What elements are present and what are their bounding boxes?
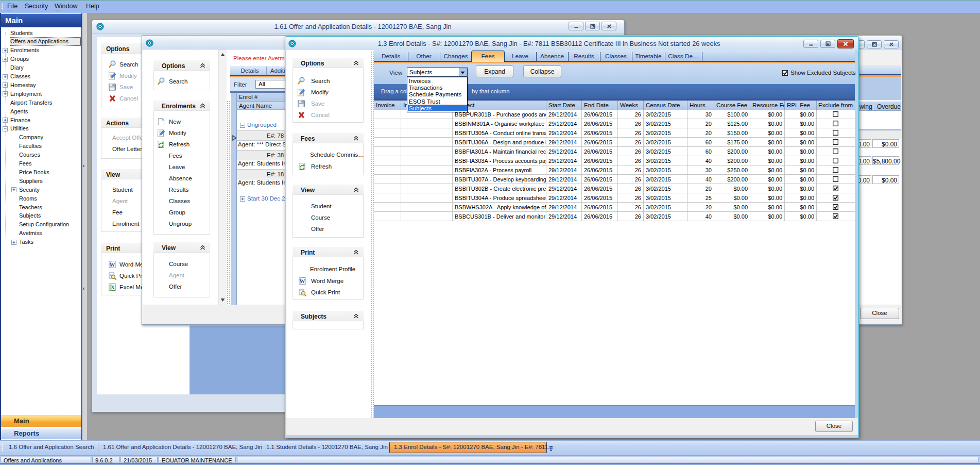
svg-text:W: W [110, 261, 115, 268]
svg-text:X: X [111, 284, 115, 290]
svg-text:W: W [300, 278, 305, 284]
